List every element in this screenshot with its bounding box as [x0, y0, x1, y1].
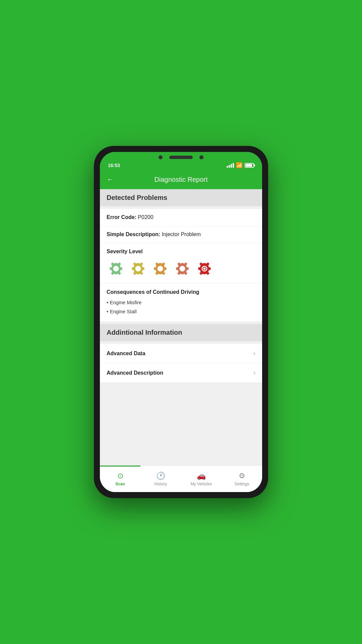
history-label: History	[155, 482, 167, 486]
additional-info-title: Addintional Information	[107, 329, 182, 336]
wifi-icon: 📶	[236, 162, 243, 168]
bottom-navigation: ⊙ Scan 🕐 History 🚗 My Vehicles ⚙ Setting…	[100, 465, 262, 492]
camera-notch	[159, 155, 163, 159]
my-vehicles-label: My Vehicles	[190, 482, 212, 486]
nav-settings[interactable]: ⚙ Settings	[222, 466, 262, 492]
status-icons: 📶	[227, 162, 254, 168]
phone-frame: 16:53 📶 ← Diagnostic Report	[94, 146, 268, 498]
app-header: ← Diagnostic Report	[100, 171, 262, 189]
advanced-data-label: Advanced Data	[107, 351, 145, 357]
scan-label: Scan	[115, 482, 125, 486]
battery-icon	[245, 163, 254, 168]
signal-icon	[227, 163, 234, 168]
advanced-description-row[interactable]: Advanced Description ›	[100, 363, 262, 382]
chevron-icon-2: ›	[253, 369, 255, 376]
settings-label: Settings	[235, 482, 249, 486]
severity-gear-4	[173, 259, 192, 278]
status-bar: 16:53 📶	[100, 161, 262, 171]
settings-icon: ⚙	[239, 472, 245, 480]
phone-notch	[100, 152, 262, 161]
nav-scan[interactable]: ⊙ Scan	[100, 466, 140, 492]
problems-card: Error Code: P0200 Simple Descriptipon: I…	[100, 209, 262, 321]
speaker-notch	[169, 156, 193, 159]
severity-section: Severity Level	[100, 243, 262, 284]
error-code-row: Error Code: P0200	[100, 209, 262, 226]
page-title: Diagnostic Report	[119, 176, 243, 183]
chevron-icon-1: ›	[253, 350, 255, 357]
severity-gears	[107, 259, 255, 278]
advanced-data-row[interactable]: Advanced Data ›	[100, 344, 262, 363]
detected-problems-header: Detected Problems	[100, 189, 262, 206]
error-code-value: P0200	[138, 214, 153, 220]
time-display: 16:53	[108, 163, 120, 168]
nav-my-vehicles[interactable]: 🚗 My Vehicles	[181, 466, 222, 492]
consequences-title: Consequences of Continued Driving	[107, 289, 255, 295]
main-content: Detected Problems Error Code: P0200 Simp…	[100, 189, 262, 465]
additional-info-header: Addintional Information	[100, 324, 262, 341]
severity-gear-5	[195, 259, 214, 278]
scan-icon: ⊙	[117, 472, 123, 480]
nav-history[interactable]: 🕐 History	[140, 466, 181, 492]
severity-gear-2	[129, 259, 147, 278]
simple-desc-value: Injector Problem	[162, 231, 201, 237]
additional-info-card: Advanced Data › Advanced Description ›	[100, 344, 262, 382]
severity-gear-1	[107, 259, 125, 278]
phone-screen: 16:53 📶 ← Diagnostic Report	[100, 152, 262, 492]
consequence-1: • Engine Misfire	[107, 298, 255, 307]
consequences-section: Consequences of Continued Driving • Engi…	[100, 284, 262, 321]
severity-gear-3	[151, 259, 170, 278]
svg-point-1	[203, 268, 206, 270]
simple-desc-label: Simple Descriptipon:	[107, 231, 160, 237]
my-vehicles-icon: 🚗	[197, 472, 206, 480]
detected-problems-title: Detected Problems	[107, 194, 167, 201]
consequence-2: • Engine Stall	[107, 307, 255, 316]
camera-notch-2	[199, 155, 203, 159]
error-code-label: Error Code:	[107, 214, 136, 220]
simple-desc-row: Simple Descriptipon: Injector Problem	[100, 226, 262, 243]
severity-label: Severity Level	[107, 249, 255, 255]
advanced-description-label: Advanced Description	[107, 370, 163, 376]
history-icon: 🕐	[156, 472, 165, 480]
back-button[interactable]: ←	[107, 175, 114, 184]
